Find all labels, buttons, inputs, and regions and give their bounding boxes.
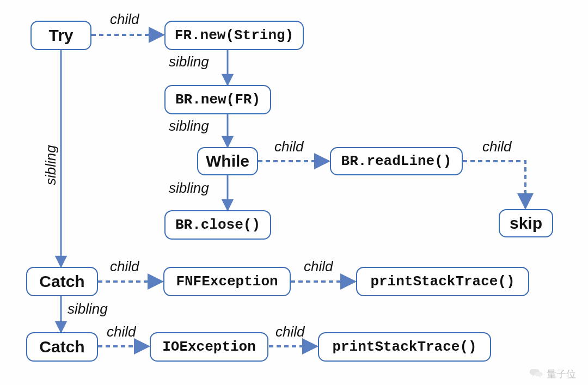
node-br-readline: BR.readLine() — [330, 147, 463, 175]
node-printstacktrace-1: printStackTrace() — [356, 267, 529, 296]
edge-label-sibling: sibling — [169, 118, 209, 135]
node-br-close: BR.close() — [164, 210, 271, 240]
edge-label-child: child — [110, 11, 139, 28]
node-ioexception: IOException — [150, 332, 268, 362]
edge-label-child: child — [274, 138, 303, 155]
watermark-text: 量子位 — [547, 368, 576, 381]
node-try: Try — [30, 21, 91, 50]
watermark: 量子位 — [529, 368, 576, 381]
edge-label-child: child — [275, 323, 304, 340]
node-printstacktrace-2: printStackTrace() — [318, 332, 491, 362]
node-skip: skip — [499, 209, 553, 237]
edge-label-sibling: sibling — [68, 301, 108, 317]
edge-label-sibling: sibling — [169, 53, 209, 70]
node-br-new: BR.new(FR) — [164, 85, 271, 114]
node-fnfexception: FNFException — [163, 267, 291, 296]
chat-icon — [529, 368, 543, 380]
edge-label-child: child — [107, 323, 136, 340]
edge-label-child: child — [304, 258, 333, 275]
node-while: While — [197, 147, 258, 175]
node-fr-new: FR.new(String) — [164, 21, 304, 50]
edge-label-child: child — [482, 138, 511, 155]
edge-label-sibling: sibling — [169, 180, 209, 197]
edge-label-sibling: sibling — [42, 145, 59, 185]
node-catch-1: Catch — [26, 267, 98, 296]
node-catch-2: Catch — [26, 332, 98, 362]
edge-label-child: child — [110, 258, 139, 275]
